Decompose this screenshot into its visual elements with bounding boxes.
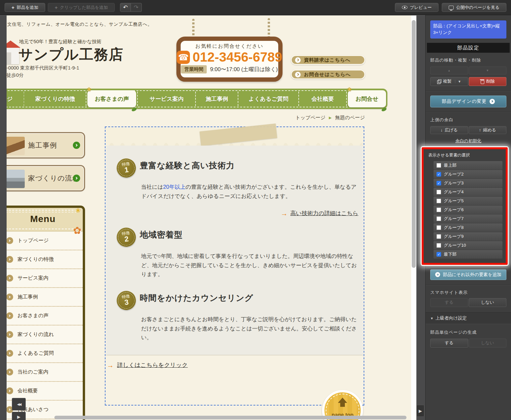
checkbox-unchecked-icon[interactable]: [436, 234, 441, 239]
banner-flow[interactable]: 家づくりの流れ: [7, 165, 85, 191]
selected-part-block[interactable]: 特徴 1 豊富な経験と高い技術力 当社には20年以上の豊富な経験と高い技術力がご…: [105, 126, 364, 406]
arrow-down-icon: ↓: [440, 127, 443, 132]
arrow-up-icon: [338, 398, 347, 403]
element-row-3[interactable]: グループ4: [434, 188, 502, 196]
nav-item-3[interactable]: サービス案内: [137, 89, 195, 109]
menu-item-label: よくあるご質問: [17, 350, 54, 357]
menu-item-6[interactable]: よくあるご質問: [7, 344, 83, 363]
element-label: グループ6: [444, 207, 464, 213]
butterfly-icon: ❀: [347, 86, 352, 93]
element-row-10[interactable]: ✓最下部: [434, 250, 502, 259]
vertical-scrollbar-thumb[interactable]: [412, 20, 416, 268]
element-row-7[interactable]: グループ8: [434, 223, 502, 232]
horizontal-scrollbar-thumb[interactable]: [54, 416, 406, 419]
nav-item-4[interactable]: 施工事例: [195, 89, 238, 109]
menu-item-0[interactable]: トップページ: [7, 232, 83, 250]
request-docs-button[interactable]: 資料請求はこちらへ: [291, 55, 365, 65]
vertical-scrollbar-track[interactable]: [411, 15, 416, 420]
details-link[interactable]: → 詳しくはこちらをクリック: [107, 361, 188, 369]
element-row-6[interactable]: グループ7: [434, 214, 502, 223]
flower-icon: ✿: [73, 225, 81, 236]
element-label: グループ7: [444, 216, 464, 222]
move-up-button[interactable]: ▲: [430, 67, 468, 74]
feature3-body: お客さまごとにきちんとお時間をとり、丁寧なご説明を心がけております。ご納得いただ…: [141, 315, 358, 342]
undo-button[interactable]: ↶: [120, 3, 131, 12]
advanced-settings-toggle[interactable]: ▼上級者向け設定: [426, 312, 511, 324]
butterfly-icon: ❀: [87, 86, 91, 93]
nav-item-6[interactable]: 会社概要: [299, 89, 346, 109]
element-row-2[interactable]: ✓グループ3: [434, 179, 502, 187]
selected-part-badge: 部品：(アイコン見出し+文章)×縦3+リンク: [430, 20, 506, 39]
element-row-4[interactable]: グループ5: [434, 197, 502, 205]
menu-item-7[interactable]: 当社のご案内: [7, 363, 83, 382]
scroll-right-button[interactable]: ▶: [416, 405, 424, 417]
add-clipped-part-button[interactable]: +クリップした部品を追加: [48, 3, 115, 12]
banner-works[interactable]: 施工事例: [7, 132, 85, 158]
breadcrumb-home-link[interactable]: トップページ: [295, 115, 326, 121]
menu-item-1[interactable]: 家づくりの特徴: [7, 250, 83, 269]
nav-item-7[interactable]: ❀お問合せ: [346, 89, 387, 109]
leaf-icon: [131, 107, 137, 112]
menu-item-5[interactable]: 家づくりの流れ: [7, 325, 83, 344]
feature3-title: 時間をかけたカウンセリング: [140, 293, 253, 303]
sp-display-off-button[interactable]: しない: [469, 298, 507, 307]
chevron-right-icon: [7, 237, 13, 244]
feature1-more-link[interactable]: → 高い技術力の詳細はこちら: [281, 210, 358, 217]
element-row-1[interactable]: ✓グループ2: [434, 170, 502, 179]
nav-item-5[interactable]: よくあるご質問: [238, 89, 299, 109]
element-label: グループ5: [444, 198, 464, 204]
site-canvas: 文住宅、リフォーム、オール電化のことなら、サンプル工務店へ。 地元で50年！豊富…: [7, 15, 411, 420]
checkbox-checked-icon[interactable]: ✓: [436, 172, 441, 177]
add-element-button[interactable]: + 部品にそれ以外の要素を追加: [430, 269, 506, 280]
delete-button[interactable]: 削除: [469, 77, 507, 86]
change-design-button[interactable]: 部品デザインの変更: [430, 96, 506, 107]
feature1-inline-link[interactable]: 20年以上: [163, 184, 186, 190]
feature2-title: 地域密着型: [140, 229, 183, 240]
move-down-button[interactable]: ▼: [469, 67, 507, 74]
menu-item-4[interactable]: お客さまの声: [7, 307, 83, 325]
margin-reset-link[interactable]: 余白の初期化: [430, 138, 506, 144]
checkbox-unchecked-icon[interactable]: [436, 190, 441, 194]
checkbox-unchecked-icon[interactable]: [436, 225, 441, 230]
checkbox-unchecked-icon[interactable]: [436, 163, 441, 168]
checkbox-checked-icon[interactable]: ✓: [436, 181, 441, 185]
toolbar-right-group: プレビュー 公開中のページを見る: [395, 3, 506, 12]
expand-panel-button[interactable]: ▶: [12, 412, 26, 420]
preview-button[interactable]: プレビュー: [395, 3, 438, 12]
expand-margin-button[interactable]: ↓広げる: [430, 126, 468, 134]
element-row-9[interactable]: グループ10: [434, 241, 502, 250]
leaf-icon: [381, 107, 387, 112]
nav-item-1[interactable]: 家づくりの特徴: [24, 89, 86, 109]
checkbox-unchecked-icon[interactable]: [436, 216, 441, 221]
sp-display-on-button[interactable]: する: [430, 298, 468, 307]
element-label: グループ3: [444, 180, 464, 186]
view-live-button[interactable]: 公開中のページを見る: [442, 3, 506, 12]
menu-item-2[interactable]: サービス案内: [7, 269, 83, 288]
checkbox-unchecked-icon[interactable]: [436, 243, 441, 248]
checkbox-checked-icon[interactable]: ✓: [436, 252, 441, 257]
element-row-5[interactable]: グループ6: [434, 206, 502, 214]
element-row-0[interactable]: 最上部: [434, 161, 502, 170]
menu-item-3[interactable]: 施工事例: [7, 288, 83, 307]
shrink-margin-button[interactable]: ↑縮める: [469, 126, 507, 134]
element-row-8[interactable]: グループ9: [434, 232, 502, 241]
nav-item-2[interactable]: ❀お客さまの声: [86, 89, 137, 109]
add-part-button[interactable]: +部品を追加: [5, 3, 45, 12]
chevron-right-icon: [7, 294, 13, 300]
arrow-up-icon: ▲: [448, 69, 451, 72]
checkbox-unchecked-icon[interactable]: [436, 199, 441, 203]
unit-page-label: 部品単位ページの生成: [430, 329, 506, 335]
nav-item-label: サービス案内: [150, 95, 184, 103]
move-copy-delete-label: 部品の移動・複製・削除: [430, 57, 506, 63]
unit-page-off-button[interactable]: しない: [469, 339, 507, 348]
arrow-down-icon: ▼: [486, 69, 489, 72]
redo-button[interactable]: ↷: [131, 3, 142, 12]
breadcrumb-current: 無題のページ: [335, 115, 365, 121]
collapse-panel-button[interactable]: ◀◀: [12, 398, 26, 410]
checkbox-unchecked-icon[interactable]: [436, 208, 441, 212]
nav-item-0[interactable]: トップページ: [7, 89, 24, 109]
contact-button[interactable]: お問合せはこちらへ: [291, 70, 365, 79]
duplicate-button[interactable]: 複製 ▼: [430, 77, 468, 86]
contact-label: お問合せはこちらへ: [304, 71, 351, 78]
unit-page-on-button[interactable]: する: [430, 339, 468, 348]
